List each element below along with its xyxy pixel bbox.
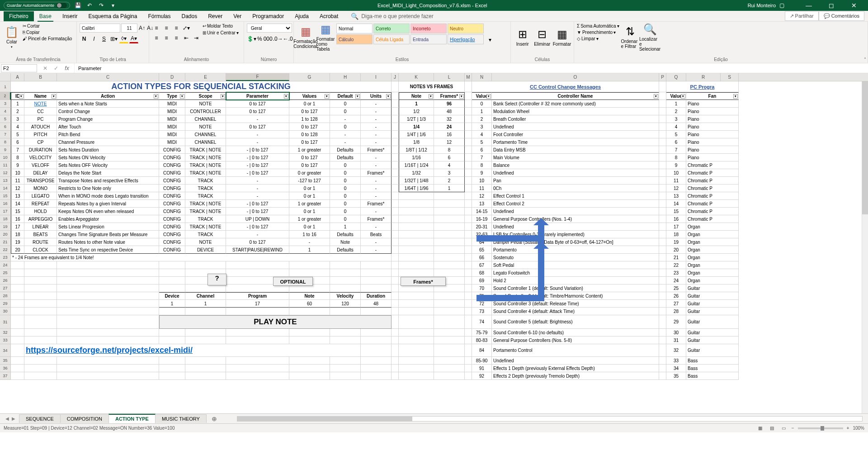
cell[interactable]: 0 [330, 185, 361, 192]
cell[interactable]: 65 [472, 246, 492, 254]
cell[interactable] [659, 154, 666, 161]
cell[interactable] [399, 261, 434, 269]
cell[interactable]: Value▾ [666, 92, 686, 100]
cell[interactable]: 75-79 [472, 329, 492, 337]
cell[interactable] [24, 284, 57, 292]
cell[interactable]: NOTES VS FRAMES [399, 81, 465, 92]
cell[interactable] [399, 372, 434, 380]
clear-button[interactable]: ◇ Limpar ▾ [577, 36, 619, 41]
cell[interactable] [392, 284, 399, 292]
cell[interactable]: Organ [686, 246, 739, 254]
tab-programador[interactable]: Programador [247, 11, 289, 21]
copy-button[interactable]: ⎘ Copiar [23, 30, 72, 35]
tab-rever[interactable]: Rever [203, 11, 228, 21]
help-button[interactable]: ? [208, 274, 226, 285]
cell[interactable] [465, 231, 472, 238]
cell[interactable] [392, 123, 399, 131]
column-header[interactable]: D [159, 73, 185, 81]
cell[interactable]: CONFIG [159, 169, 185, 177]
cell[interactable]: CONFIG [159, 208, 185, 215]
cell[interactable] [399, 238, 434, 246]
cell[interactable] [659, 292, 666, 300]
cell[interactable]: Default▾ [330, 92, 361, 100]
cell[interactable]: 20 [666, 246, 686, 254]
cell[interactable]: Sets Notes OFF Velocity [57, 161, 159, 169]
cell[interactable] [659, 246, 666, 254]
cell[interactable] [57, 329, 159, 337]
cell[interactable]: 16 [11, 215, 24, 223]
cell[interactable]: 0 to 128 [289, 131, 330, 138]
cell[interactable]: Program [226, 292, 289, 300]
cell[interactable] [226, 357, 289, 365]
cell[interactable]: TRACK [185, 192, 226, 200]
cell[interactable]: 24 [666, 277, 686, 284]
cell[interactable] [465, 81, 472, 92]
cell[interactable] [11, 329, 24, 337]
cell[interactable]: Legato Footswitch [492, 269, 659, 277]
cell[interactable]: Bass [686, 365, 739, 372]
cell[interactable] [659, 365, 666, 372]
cell[interactable]: 1 [330, 223, 361, 231]
cell[interactable]: Velocity [330, 292, 361, 300]
zoom-slider[interactable] [798, 427, 843, 429]
cell[interactable]: 0 or 1 [289, 185, 330, 192]
cell[interactable] [289, 308, 330, 315]
cell[interactable] [392, 329, 399, 337]
cell[interactable]: - [361, 185, 392, 192]
cell[interactable]: 0 to 127 [289, 138, 330, 146]
cell[interactable]: - [361, 208, 392, 215]
cell[interactable]: Soft Pedal [492, 261, 659, 269]
cell[interactable]: Chromatic P [686, 192, 739, 200]
cell[interactable] [659, 100, 666, 108]
cell[interactable]: 10 [472, 177, 492, 185]
align-right-icon[interactable]: ≡ [172, 33, 181, 43]
cell[interactable]: Defaults [330, 154, 361, 161]
dec-decimal-icon[interactable]: ←.0 [283, 34, 292, 43]
cell[interactable] [330, 337, 361, 344]
cell[interactable]: 8 [472, 161, 492, 169]
cell[interactable] [11, 261, 24, 269]
cell[interactable]: TRACK [185, 215, 226, 223]
cell[interactable] [185, 372, 226, 380]
fx-icon[interactable]: fx [61, 65, 72, 71]
cell[interactable]: Sound Controller 6-10 (no defaults) [492, 329, 659, 337]
underline-button[interactable]: S [99, 34, 108, 43]
row-header[interactable]: 35 [0, 357, 11, 365]
cell[interactable] [361, 329, 392, 337]
cell[interactable]: REPEAT [24, 200, 57, 208]
column-header[interactable]: A [11, 73, 24, 81]
cell[interactable]: 1/16T | 1/24 [399, 161, 434, 169]
cell[interactable]: 1/8 [399, 138, 434, 146]
cell[interactable]: CP [24, 138, 57, 146]
row-header[interactable]: 24 [0, 261, 11, 269]
cell[interactable]: 33 [666, 357, 686, 365]
cell[interactable] [289, 269, 330, 277]
cell[interactable]: Scope▾ [185, 92, 226, 100]
row-header[interactable]: 27 [0, 284, 11, 292]
cell[interactable]: 4 [434, 161, 465, 169]
cell[interactable] [399, 215, 434, 223]
cell[interactable]: Undefined [492, 169, 659, 177]
cell[interactable]: TRACK | NOTE [185, 223, 226, 231]
indent-inc-icon[interactable]: ⇥ [192, 33, 201, 43]
cell[interactable]: 12 [11, 185, 24, 192]
cell[interactable] [659, 223, 666, 231]
cell[interactable]: When in MONO mode does Legato transition [57, 192, 159, 200]
cell[interactable] [24, 337, 57, 344]
cell[interactable] [659, 315, 666, 329]
cell[interactable]: 2 [434, 177, 465, 185]
cell[interactable]: Organ [686, 254, 739, 261]
cell[interactable] [392, 308, 399, 315]
cell[interactable]: Restricts to One Note only [57, 185, 159, 192]
cell[interactable]: Modulation Wheel [492, 108, 659, 115]
cell[interactable]: Portamento Control [492, 344, 659, 357]
cell[interactable] [159, 277, 185, 284]
row-header[interactable]: 36 [0, 365, 11, 372]
cell[interactable]: - [330, 131, 361, 138]
cell[interactable]: - [361, 108, 392, 115]
cell[interactable] [289, 357, 330, 365]
cell[interactable] [392, 231, 399, 238]
cell[interactable]: Program Change [57, 115, 159, 123]
cell[interactable] [465, 292, 472, 300]
cell[interactable]: - [361, 246, 392, 254]
